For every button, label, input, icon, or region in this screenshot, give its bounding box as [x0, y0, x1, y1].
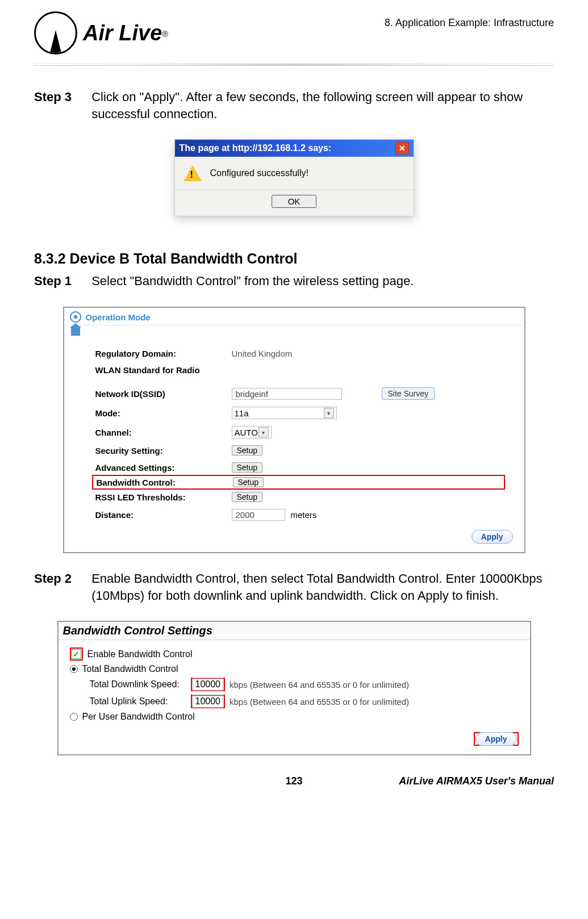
logo-text: Air Live [83, 21, 162, 45]
operation-mode-icon [70, 311, 81, 323]
security-setting-label: Security Setting: [95, 446, 226, 456]
uplink-note: kbps (Between 64 and 65535 or 0 for unli… [230, 697, 409, 707]
step3-label: Step 3 [34, 89, 88, 106]
downlink-speed-label: Total Downlink Speed: [90, 679, 186, 690]
dialog-title: The page at http://192.168.1.2 says: [180, 143, 332, 153]
step3-block: Step 3 Click on "Apply". After a few sec… [34, 89, 554, 122]
regulatory-domain-label: Regulatory Domain: [95, 349, 226, 358]
wireless-settings-panel: Operation Mode Regulatory Domain: United… [63, 307, 526, 553]
ssid-label: Network ID(SSID) [95, 389, 226, 399]
brand-logo: Air Live® [34, 11, 168, 55]
distance-input[interactable]: 2000 [232, 509, 285, 521]
mode-value: 11a [235, 408, 249, 418]
bandwidth-apply-button[interactable]: Apply [476, 732, 517, 746]
site-survey-button[interactable]: Site Survey [382, 387, 435, 400]
chapter-title: 8. Application Example: Infrastructure [385, 11, 554, 29]
logo-mark-icon [34, 11, 77, 55]
step1-text: Select "Bandwidth Control" from the wire… [91, 273, 546, 290]
channel-select[interactable]: AUTO ▾ [232, 426, 272, 438]
step1-label: Step 1 [34, 273, 88, 290]
chevron-down-icon: ▾ [258, 427, 269, 437]
per-user-bandwidth-radio[interactable] [70, 713, 78, 721]
per-user-bandwidth-label: Per User Bandwidth Control [82, 712, 195, 722]
distance-label: Distance: [95, 510, 226, 520]
distance-unit: meters [291, 510, 317, 520]
rssi-setup-button[interactable]: Setup [232, 492, 263, 502]
downlink-speed-input[interactable]: 10000 [193, 678, 224, 691]
uplink-speed-input[interactable]: 10000 [193, 695, 224, 708]
enable-bandwidth-checkbox[interactable]: ✓ [72, 649, 81, 659]
step2-text: Enable Bandwidth Control, then select To… [91, 570, 546, 604]
confirm-dialog: The page at http://192.168.1.2 says: ✕ C… [174, 139, 414, 216]
step3-text: Click on "Apply". After a few seconds, t… [91, 89, 546, 122]
bandwidth-control-row: Bandwidth Control: Setup [92, 475, 505, 490]
apply-button[interactable]: Apply [472, 530, 513, 544]
page-number: 123 [207, 775, 381, 787]
close-icon[interactable]: ✕ [395, 142, 409, 154]
enable-bandwidth-label: Enable Bandwidth Control [87, 649, 193, 659]
total-bandwidth-label: Total Bandwidth Control [82, 664, 178, 674]
advanced-setup-button[interactable]: Setup [232, 462, 263, 473]
downlink-note: kbps (Between 64 and 65535 or 0 for unli… [230, 680, 409, 690]
rssi-thresholds-label: RSSI LED Thresholds: [95, 492, 226, 502]
step1-block: Step 1 Select "Bandwidth Control" from t… [34, 273, 554, 290]
section-title: 8.3.2 Device B Total Bandwidth Control [34, 250, 554, 267]
channel-value: AUTO [235, 428, 258, 437]
chevron-down-icon: ▾ [324, 408, 334, 418]
home-icon[interactable] [71, 328, 80, 336]
regulatory-domain-value: United Kingdom [232, 349, 293, 358]
ssid-input[interactable]: bridgeinf [232, 388, 342, 400]
bandwidth-settings-title: Bandwidth Control Settings [59, 622, 530, 640]
wlan-standard-label: WLAN Standard for Radio [95, 365, 226, 375]
step2-block: Step 2 Enable Bandwidth Control, then se… [34, 570, 554, 604]
dialog-message: Configured successfully! [210, 168, 308, 178]
mode-select[interactable]: 11a ▾ [232, 407, 337, 419]
step2-label: Step 2 [34, 570, 88, 587]
manual-name: AirLive AIRMAX5 User's Manual [381, 775, 554, 787]
total-bandwidth-radio[interactable] [70, 665, 78, 673]
ok-button[interactable]: OK [272, 195, 317, 208]
advanced-settings-label: Advanced Settings: [95, 463, 226, 473]
uplink-speed-label: Total Uplink Speed: [90, 696, 186, 707]
bandwidth-setup-button[interactable]: Setup [233, 477, 264, 487]
bandwidth-control-label: Bandwidth Control: [97, 478, 227, 487]
operation-mode-label[interactable]: Operation Mode [86, 312, 151, 322]
channel-label: Channel: [95, 428, 226, 437]
registered-mark: ® [162, 29, 168, 38]
bandwidth-settings-panel: Bandwidth Control Settings ✓ Enable Band… [57, 621, 531, 755]
warning-icon [184, 165, 202, 181]
header-divider [34, 63, 554, 66]
mode-label: Mode: [95, 408, 226, 418]
security-setup-button[interactable]: Setup [232, 445, 263, 456]
